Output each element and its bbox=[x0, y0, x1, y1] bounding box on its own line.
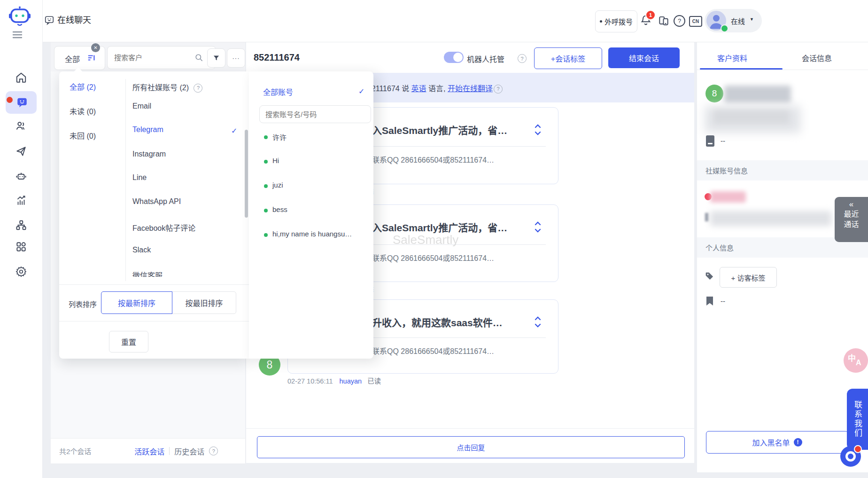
sidebar-item-settings[interactable] bbox=[15, 266, 27, 278]
bot-takeover-toggle[interactable] bbox=[444, 52, 464, 63]
channel-slack[interactable]: Slack bbox=[132, 246, 151, 254]
chat-widget-button[interactable] bbox=[840, 446, 861, 467]
dial-dot-icon bbox=[600, 20, 602, 23]
sidebar-item-workflow[interactable] bbox=[15, 219, 27, 231]
sidebar-item-contacts[interactable] bbox=[15, 120, 27, 132]
recent-calls-label-2: 通话 bbox=[835, 219, 868, 230]
id-value: -- bbox=[721, 137, 725, 145]
reply-area-divider bbox=[246, 428, 694, 429]
chip-label: 全部 bbox=[65, 53, 80, 64]
status-filter-all[interactable]: 全部 (2) bbox=[70, 81, 96, 92]
sidebar-item-home[interactable] bbox=[15, 71, 27, 84]
click-to-reply-button[interactable]: 点击回复 bbox=[257, 436, 685, 458]
more-options-button[interactable]: ··· bbox=[227, 48, 245, 68]
app-logo-icon[interactable] bbox=[8, 6, 31, 27]
account-all-option[interactable]: 全部账号 bbox=[263, 86, 293, 97]
sort-newest-button[interactable]: 按最新排序 bbox=[101, 291, 172, 314]
translate-cn-glyph: 中 bbox=[848, 352, 856, 363]
end-session-button[interactable]: 结束会话 bbox=[608, 47, 680, 68]
footer-help-icon[interactable]: ? bbox=[209, 447, 218, 455]
contact-us-tab[interactable]: 联系我们 bbox=[847, 389, 868, 450]
sort-oldest-button[interactable]: 按最旧排序 bbox=[172, 291, 236, 314]
channel-facebook-comments[interactable]: Facebook帖子评论 bbox=[132, 222, 195, 233]
expand-collapse-icon[interactable] bbox=[534, 316, 542, 328]
tab-customer-profile[interactable]: 客户资料 bbox=[717, 52, 747, 63]
page-title: 在线聊天 bbox=[57, 13, 91, 25]
tag-icon bbox=[705, 271, 714, 281]
check-icon: ✓ bbox=[231, 126, 237, 135]
message-meta-row: 02-27 10:56:11 huayan 已读 bbox=[287, 376, 381, 385]
message-timestamp: 02-27 10:56:11 bbox=[287, 377, 333, 385]
clear-filter-icon[interactable]: ✕ bbox=[91, 43, 100, 52]
widget-logo-icon bbox=[845, 451, 856, 462]
check-icon: ✓ bbox=[358, 87, 364, 96]
account-item[interactable]: juzi bbox=[272, 181, 283, 189]
sidebar-item-livechat[interactable] bbox=[6, 91, 37, 114]
sidebar-item-broadcast[interactable] bbox=[15, 145, 27, 157]
redacted-customer-info bbox=[714, 110, 789, 124]
channel-filter-chip[interactable]: 全部 ✕ bbox=[54, 46, 105, 70]
recent-calls-tab[interactable]: « 最近 通话 bbox=[835, 197, 868, 242]
help-icon[interactable]: ? bbox=[674, 15, 685, 27]
banner-translate-link[interactable]: 开始在线翻译 bbox=[448, 85, 493, 93]
channel-instagram[interactable]: Instagram bbox=[132, 150, 166, 158]
sort-label: 列表排序 bbox=[69, 299, 97, 309]
account-item[interactable]: Hi bbox=[272, 157, 279, 165]
customer-info-panel: 客户资料 会话信息 8 -- 社媒账号信息 个人信息 + 访客标签 -- 加入黑… bbox=[697, 42, 868, 472]
app-sidebar bbox=[0, 0, 43, 478]
history-conversations-tab[interactable]: 历史会话 bbox=[174, 446, 204, 457]
status-filter-unreplied[interactable]: 未回 (0) bbox=[70, 130, 96, 141]
active-conversations-tab[interactable]: 活跃会话 bbox=[134, 446, 164, 457]
account-item[interactable]: hi,my name is huangsu… bbox=[272, 230, 352, 238]
sidebar-item-apps[interactable] bbox=[15, 241, 27, 253]
reset-button[interactable]: 重置 bbox=[109, 331, 148, 353]
language-badge[interactable]: CN bbox=[689, 16, 702, 27]
tab-session-info[interactable]: 会话信息 bbox=[802, 52, 832, 63]
translate-widget[interactable]: 中 A bbox=[844, 348, 868, 373]
read-status: 已读 bbox=[367, 377, 381, 385]
widget-notification-dot bbox=[854, 445, 862, 453]
recent-calls-label-1: 最近 bbox=[835, 209, 868, 219]
sort-lines-icon bbox=[87, 54, 96, 62]
dial-out-button[interactable]: 外呼拨号 bbox=[595, 10, 637, 32]
channel-wechat-clipped[interactable]: 微信客服 bbox=[132, 269, 236, 277]
filter-funnel-button[interactable] bbox=[207, 48, 225, 68]
add-visitor-tag-button[interactable]: + 访客标签 bbox=[720, 267, 777, 288]
add-session-tag-button[interactable]: +会话标签 bbox=[534, 47, 602, 69]
account-item[interactable]: bess bbox=[272, 205, 287, 213]
sidebar-item-bot[interactable] bbox=[15, 170, 27, 182]
agent-name[interactable]: huayan bbox=[340, 377, 362, 385]
bot-help-icon[interactable]: ? bbox=[518, 54, 527, 63]
warning-icon: ! bbox=[794, 438, 802, 447]
channel-whatsapp-api[interactable]: WhatsApp API bbox=[132, 197, 181, 206]
scrollbar-thumb[interactable] bbox=[245, 130, 248, 218]
banner-help-icon[interactable]: ? bbox=[494, 85, 503, 94]
search-icon bbox=[194, 53, 203, 62]
bookmark-icon bbox=[706, 296, 713, 306]
user-status-pill[interactable]: 在线 ▼ bbox=[705, 9, 762, 32]
watermark: SaleSmartly bbox=[393, 233, 458, 247]
redacted-social-mark bbox=[705, 213, 708, 221]
add-blacklist-button[interactable]: 加入黑名单 ! bbox=[706, 431, 848, 454]
channel-all-social[interactable]: 所有社媒账号 (2) ? bbox=[132, 81, 202, 93]
sidebar-item-analytics[interactable] bbox=[15, 194, 27, 206]
expand-collapse-icon[interactable] bbox=[534, 221, 542, 233]
collapse-menu-icon[interactable] bbox=[12, 30, 23, 39]
banner-language-link[interactable]: 英语 bbox=[411, 85, 426, 93]
customer-avatar: 8 bbox=[705, 85, 723, 102]
footer-divider bbox=[169, 447, 170, 455]
online-dot bbox=[264, 135, 268, 139]
channel-email[interactable]: Email bbox=[132, 102, 151, 110]
message-body: 联系QQ 2861666504或852111674… bbox=[372, 154, 494, 165]
expand-collapse-icon[interactable] bbox=[534, 124, 542, 136]
account-dropdown-panel: 全部账号 ✓ 许许 Hi juzi bess hi,my name is hua… bbox=[249, 71, 373, 359]
account-item[interactable]: 许许 bbox=[272, 132, 287, 142]
status-filter-unread[interactable]: 未读 (0) bbox=[70, 105, 96, 117]
online-dot bbox=[264, 160, 268, 164]
device-switch-icon[interactable] bbox=[658, 15, 670, 27]
channel-line[interactable]: Line bbox=[132, 173, 147, 182]
channel-telegram[interactable]: Telegram bbox=[132, 125, 163, 134]
conversation-count: 共2个会话 bbox=[59, 446, 91, 456]
message-title: 加入SaleSmartly推广活动，省… bbox=[362, 220, 507, 234]
account-search-input[interactable] bbox=[259, 105, 371, 123]
